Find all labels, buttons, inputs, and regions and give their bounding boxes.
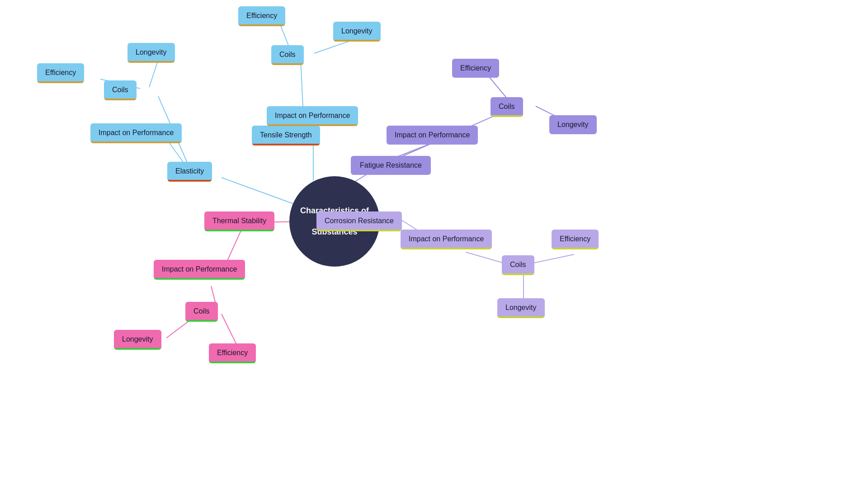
blue-longevity-left: Longevity [127, 43, 175, 63]
lav-longevity: Longevity [497, 298, 545, 318]
purple-longevity: Longevity [549, 115, 597, 134]
fatigue-resistance-node: Fatigue Resistance [351, 156, 431, 175]
svg-line-19 [222, 314, 238, 348]
corrosion-resistance-node: Corrosion Resistance [316, 211, 402, 231]
blue-impact-top: Impact on Performance [267, 106, 358, 126]
tensile-strength-node: Tensile Strength [252, 126, 320, 145]
pink-efficiency: Efficiency [209, 343, 256, 363]
lav-impact: Impact on Performance [401, 230, 492, 249]
svg-line-24 [533, 254, 574, 263]
thermal-stability-node: Thermal Stability [204, 211, 274, 231]
lav-coils: Coils [502, 255, 534, 275]
blue-coils-left: Coils [104, 80, 137, 100]
purple-impact: Impact on Performance [387, 126, 478, 145]
blue-efficiency-top: Efficiency [238, 6, 285, 26]
lav-efficiency: Efficiency [552, 230, 599, 249]
purple-coils: Coils [491, 97, 523, 117]
pink-impact: Impact on Performance [154, 260, 245, 280]
svg-line-8 [149, 60, 158, 87]
elasticity-node: Elasticity [167, 162, 212, 182]
svg-line-5 [222, 178, 298, 206]
blue-impact-left: Impact on Performance [90, 123, 182, 143]
purple-efficiency: Efficiency [452, 59, 499, 78]
pink-coils: Coils [185, 302, 218, 322]
blue-efficiency-left: Efficiency [37, 63, 84, 83]
blue-longevity-top: Longevity [333, 22, 381, 42]
pink-longevity: Longevity [114, 330, 161, 350]
blue-coils-top: Coils [271, 45, 304, 65]
